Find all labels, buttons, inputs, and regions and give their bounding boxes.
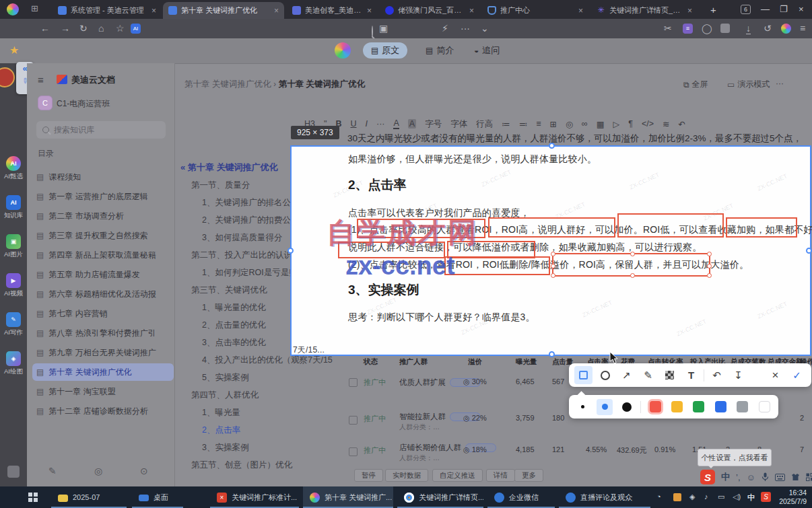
more-button[interactable]: 更多 xyxy=(514,469,543,482)
tray-orange-app-icon[interactable] xyxy=(673,493,681,501)
nav-item-10[interactable]: 4、投入产出比的优化（观察7天/15 xyxy=(202,355,333,366)
rail-item-ai-image[interactable]: ▣ AI图片 xyxy=(0,234,27,259)
pen-tool[interactable]: ✎ xyxy=(639,366,657,384)
attachment-icon[interactable]: ¶ xyxy=(628,119,633,129)
puzzle-icon[interactable] xyxy=(7,466,20,478)
font-color-icon[interactable]: A xyxy=(393,118,399,129)
color-red-selected[interactable] xyxy=(647,399,663,415)
history-icon[interactable]: ↺ xyxy=(764,23,772,34)
selection-handle-right[interactable] xyxy=(806,248,812,254)
nav-item-12[interactable]: 第四节、人群优化 xyxy=(191,390,259,401)
tab-close-icon[interactable]: × xyxy=(687,6,692,15)
ime-mic-icon[interactable] xyxy=(762,472,769,482)
nav-item-15[interactable]: 3、实操案例 xyxy=(202,442,248,453)
tab-close-icon[interactable]: × xyxy=(367,6,372,15)
home-icon[interactable]: ⌂ xyxy=(98,23,104,34)
selection-handle-bottom[interactable] xyxy=(549,351,555,357)
ime-punct-icon[interactable]: ’, xyxy=(736,472,741,482)
ai-assistant-icon[interactable] xyxy=(335,42,351,59)
scissors-icon[interactable]: ✂ xyxy=(664,23,672,34)
browser-tab-1[interactable]: 系统管理 - 美迪云管理 × xyxy=(53,2,162,19)
italic-icon[interactable]: I xyxy=(365,119,367,129)
sidebar-item-11[interactable]: ▤第十一章 淘宝联盟 xyxy=(36,383,171,400)
present-mode-button[interactable]: ▭演示模式 xyxy=(727,79,770,90)
video-insert-icon[interactable]: ▷ xyxy=(613,119,620,129)
favorite-star-icon[interactable]: ★ xyxy=(9,44,19,57)
tab-count-badge[interactable]: 6 xyxy=(741,5,751,14)
nav-item-3[interactable]: 3、如何提高质量得分 xyxy=(202,232,282,244)
row-checkbox[interactable] xyxy=(349,447,358,456)
sidebar-item-2[interactable]: ▤第二章 市场调查分析 xyxy=(36,207,171,225)
ime-emoji-icon[interactable]: ☺ xyxy=(747,472,755,482)
red-badge-icon[interactable] xyxy=(0,67,15,87)
forward-icon[interactable]: → xyxy=(61,23,70,34)
taskbar-item-desktop[interactable]: 桌面 xyxy=(132,486,183,508)
ime-grid-icon[interactable] xyxy=(806,473,812,481)
arrow-tool[interactable]: ↗ xyxy=(617,366,636,384)
line-height-select[interactable]: 行高 xyxy=(476,118,493,130)
link-icon[interactable]: ∞ xyxy=(582,119,588,129)
tray-sogou-icon[interactable]: S xyxy=(761,492,771,502)
annotation-box-4[interactable] xyxy=(726,217,797,238)
rail-item-ai-select[interactable]: AI AI甄选 xyxy=(0,156,27,181)
rail-item-knowledge[interactable]: AI 知识库 xyxy=(0,195,27,220)
indent-icon[interactable]: ⊞ xyxy=(549,119,556,129)
row-checkbox[interactable] xyxy=(349,416,358,425)
ime-skin-icon[interactable] xyxy=(791,473,800,481)
window-close-button[interactable]: × xyxy=(799,4,804,14)
tray-volume-icon[interactable]: ◁) xyxy=(733,493,741,501)
screenshot-selection[interactable]: 925 × 373 ZX-CC.NET ZX-CC.NET ZX-CC.NET … xyxy=(290,145,811,356)
tray-ime-lang[interactable]: 中 xyxy=(747,493,755,503)
taskbar-item-doc-active[interactable]: 第十章 关键词推广... xyxy=(303,486,393,508)
rail-item-ai-drawing[interactable]: ◈ AI绘图 xyxy=(0,351,27,376)
tab-close-icon[interactable]: × xyxy=(578,6,583,15)
puzzle-extension-icon[interactable] xyxy=(720,24,730,33)
confirm-capture-button[interactable]: ✓ xyxy=(788,366,806,384)
color-white[interactable] xyxy=(757,399,772,415)
nav-item-6[interactable]: 第三节、关键词优化 xyxy=(191,285,267,296)
color-yellow[interactable] xyxy=(669,399,685,415)
sidebar-item-6[interactable]: ▤第六章 标题精细优化及活动报 xyxy=(36,285,171,303)
circle-extension-icon[interactable]: ◯ xyxy=(702,23,712,34)
nav-item-2[interactable]: 2、关键词推广的扣费公式 xyxy=(202,215,299,226)
nav-item-11[interactable]: 5、实操案例 xyxy=(202,372,248,384)
sidebar-item-3[interactable]: ▤第三章 提升权重之自然搜索 xyxy=(36,227,171,244)
nav-item-13[interactable]: 1、曝光量 xyxy=(202,407,240,419)
compose-icon[interactable]: ✎ xyxy=(48,466,57,476)
maximize-button[interactable]: ❐ xyxy=(780,4,788,14)
nav-chapter-title[interactable]: « 第十章 关键词推广优化 xyxy=(180,161,277,174)
mosaic-tool[interactable] xyxy=(661,366,679,384)
sidebar-item-9[interactable]: ▤第九章 万相台无界关键词推广 xyxy=(36,344,171,361)
tray-wecom-icon[interactable]: ◔ xyxy=(656,493,661,501)
sidebar-item-8[interactable]: ▤第八章 热浪引擎和付费推广引 xyxy=(36,324,171,342)
workspace-name[interactable]: C1-电商运营班 xyxy=(57,98,110,110)
pause-button[interactable]: 暂停 xyxy=(354,469,383,482)
table-insert-icon[interactable]: ≋ xyxy=(663,119,669,129)
browser-tab-2[interactable]: 第十章 关键词推广优化 × xyxy=(163,2,284,19)
bookmark-icon[interactable]: ☆ xyxy=(116,23,125,34)
tab-summary[interactable]: ▤ 简介 xyxy=(417,42,462,59)
rail-item-ai-video[interactable]: ▶ AI视频 xyxy=(0,273,27,298)
stroke-size-medium-selected[interactable] xyxy=(597,399,612,415)
tray-mic-icon[interactable]: ♪ xyxy=(704,493,708,501)
sogou-logo-icon[interactable]: S xyxy=(700,470,715,484)
text-tool[interactable]: T xyxy=(682,366,700,384)
sidebar-item-10-selected[interactable]: ▤第十章 关键词推广优化 xyxy=(32,363,174,381)
nav-item-16[interactable]: 第五节、创意（图片）优化 xyxy=(191,460,292,471)
nav-item-9[interactable]: 3、点击率的优化 xyxy=(202,337,265,349)
emoji-icon[interactable]: ◎ xyxy=(566,119,573,129)
purple-extension-icon[interactable]: ≡ xyxy=(683,24,693,34)
nav-item-0[interactable]: 第一节、质量分 xyxy=(191,180,250,191)
nav-item-7[interactable]: 1、曝光量的优化 xyxy=(202,302,265,314)
ime-keyboard-icon[interactable] xyxy=(775,474,785,481)
menu-icon[interactable]: ≡ xyxy=(800,23,805,34)
ellipse-tool[interactable] xyxy=(596,366,614,384)
sidebar-item-0[interactable]: ▤课程须知 xyxy=(36,168,171,186)
highlight-icon[interactable]: A xyxy=(408,119,416,129)
ime-tooltip[interactable]: 个性设置，点我看看 xyxy=(698,449,772,466)
sidebar-item-5[interactable]: ▤第五章 助力店铺流量爆发 xyxy=(36,266,171,283)
tray-security-icon[interactable]: ◈ xyxy=(689,493,695,501)
tab-close-icon[interactable]: × xyxy=(469,6,474,15)
code-icon[interactable]: </> xyxy=(642,119,654,129)
nav-item-4[interactable]: 第二节、投入产出比的认识 xyxy=(191,250,292,261)
